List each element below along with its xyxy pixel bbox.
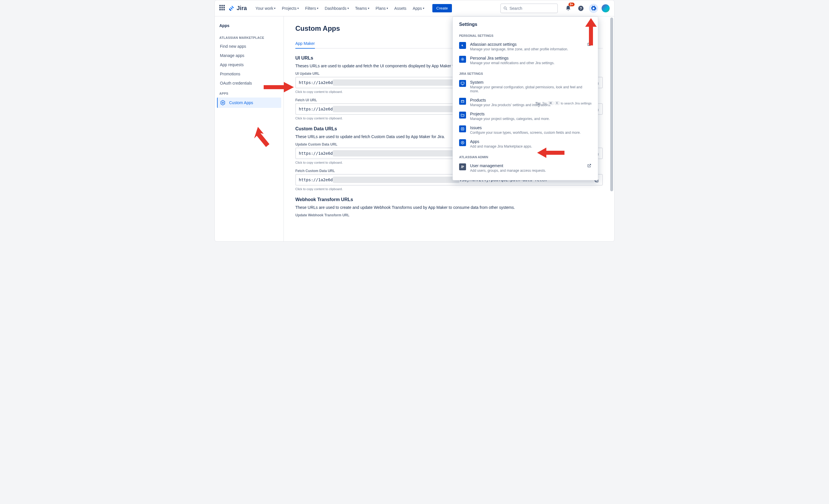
settings-row-personal-jira-settings[interactable]: Personal Jira settingsManage your email … <box>453 53 598 67</box>
settings-row-title: Atlassian account settings <box>470 42 583 47</box>
folder-icon <box>459 112 466 119</box>
settings-row-projects[interactable]: ProjectsManage your project settings, ca… <box>453 109 598 123</box>
url-prefix: https://1a2e6d <box>299 151 333 156</box>
settings-dropdown: Settings PERSONAL SETTINGS Atlassian acc… <box>453 16 598 180</box>
scrollbar-thumb[interactable] <box>610 17 613 191</box>
settings-row-title: Projects <box>470 112 591 116</box>
settings-row-title: Personal Jira settings <box>470 56 591 61</box>
monitor-icon <box>459 80 466 87</box>
url-redacted: x <box>333 79 462 86</box>
jira-wordmark: Jira <box>237 5 247 11</box>
chevron-down-icon: ▾ <box>368 7 369 10</box>
hexagon-icon <box>220 100 226 106</box>
sidebar-item-label: Custom Apps <box>229 101 253 105</box>
settings-row-subtitle: Manage your email notifications and othe… <box>470 61 591 65</box>
svg-point-23 <box>463 166 464 167</box>
chevron-down-icon: ▾ <box>274 7 276 10</box>
atl-icon <box>459 42 466 49</box>
field-label-update-webhook: Update Webhook Transform URL <box>295 213 603 217</box>
settings-row-atlassian-account-settings[interactable]: Atlassian account settingsManage your la… <box>453 40 598 53</box>
topbar: Jira Your work▾Projects▾Filters▾Dashboar… <box>215 0 614 16</box>
chevron-down-icon: ▾ <box>348 7 349 10</box>
url-redacted: x <box>333 177 459 183</box>
svg-rect-18 <box>461 127 464 130</box>
external-link-icon <box>587 163 591 169</box>
svg-point-13 <box>462 59 463 60</box>
svg-text:?: ? <box>580 6 582 10</box>
jira-logo[interactable]: Jira <box>228 5 247 12</box>
settings-row-user-management[interactable]: User managementAdd users, groups, and ma… <box>453 161 598 175</box>
nav-assets[interactable]: Assets <box>392 4 409 12</box>
external-link-icon <box>587 42 591 47</box>
svg-point-0 <box>504 7 506 9</box>
box-icon <box>459 98 466 105</box>
settings-row-subtitle: Add users, groups, and manage access req… <box>470 168 583 172</box>
help-button[interactable]: ? <box>576 4 585 13</box>
svg-point-22 <box>461 166 463 167</box>
chevron-down-icon: ▾ <box>317 7 318 10</box>
sidebar-item-manage-apps[interactable]: Manage apps <box>217 51 281 60</box>
list-icon <box>459 125 466 132</box>
svg-point-21 <box>462 143 463 143</box>
help-icon: ? <box>578 5 584 11</box>
sidebar: Apps ATLASSIAN MARKETPLACE Find new apps… <box>215 16 284 241</box>
app-switcher-icon[interactable] <box>219 5 226 12</box>
nav-your-work[interactable]: Your work▾ <box>253 4 279 12</box>
svg-point-4 <box>222 102 224 104</box>
sidebar-item-custom-apps[interactable]: Custom Apps <box>217 98 281 108</box>
settings-row-subtitle: Add and manage Jira Marketplace apps. <box>470 145 591 148</box>
gear-icon <box>459 56 466 63</box>
search-placeholder: Search <box>509 6 522 11</box>
search-input[interactable]: Search <box>500 3 558 13</box>
url-redacted: x <box>333 106 462 112</box>
settings-row-title: System <box>470 80 591 85</box>
settings-row-title: Apps <box>470 139 591 144</box>
settings-row-subtitle: Manage your project settings, categories… <box>470 117 591 121</box>
settings-section-admin: ATLASSIAN ADMIN <box>453 151 598 161</box>
svg-line-1 <box>506 9 507 10</box>
hex-icon <box>459 139 466 146</box>
settings-title: Settings <box>453 22 598 29</box>
nav-dashboards[interactable]: Dashboards▾ <box>322 4 352 12</box>
avatar[interactable] <box>602 4 610 12</box>
settings-section-jira: JIRA SETTINGS <box>453 67 598 78</box>
url-prefix: https://1a2e6d <box>299 80 333 85</box>
section-desc-webhook: These URLs are used to create and update… <box>295 205 603 210</box>
nav-teams[interactable]: Teams▾ <box>352 4 372 12</box>
sidebar-title: Apps <box>217 23 281 32</box>
url-prefix: https://1a2e6d <box>299 107 333 111</box>
scrollbar[interactable] <box>610 17 614 240</box>
settings-row-subtitle: Configure your issue types, workflows, s… <box>470 130 591 134</box>
nav-projects[interactable]: Projects▾ <box>279 4 302 12</box>
settings-row-system[interactable]: SystemManage your general configuration,… <box>453 78 598 95</box>
settings-row-apps[interactable]: AppsAdd and manage Jira Marketplace apps… <box>453 137 598 151</box>
sidebar-item-oauth-credentials[interactable]: OAuth credentials <box>217 79 281 88</box>
settings-row-issues[interactable]: IssuesConfigure your issue types, workfl… <box>453 123 598 137</box>
chevron-down-icon: ▾ <box>387 7 388 10</box>
settings-row-subtitle: Manage your general configuration, globa… <box>470 85 591 93</box>
url-prefix: https://1a2e6d <box>299 178 333 182</box>
url-redacted: x <box>333 150 462 156</box>
sidebar-item-app-requests[interactable]: App requests <box>217 60 281 69</box>
sidebar-section-marketplace: ATLASSIAN MARKETPLACE <box>217 32 281 42</box>
users-icon <box>459 163 466 170</box>
jira-settings-tip: Tip: Try ⌘ K to search Jira settings <box>535 101 591 105</box>
field-hint: Click to copy content to clipboard. <box>295 187 603 191</box>
chevron-down-icon: ▾ <box>423 7 424 10</box>
create-button[interactable]: Create <box>432 4 452 12</box>
settings-row-title: Issues <box>470 125 591 130</box>
svg-rect-16 <box>461 101 464 103</box>
nav-plans[interactable]: Plans▾ <box>373 4 391 12</box>
settings-row-subtitle: Manage your language, time zone, and oth… <box>470 47 583 51</box>
notifications-button[interactable]: 9+ <box>564 4 573 13</box>
tab-app-maker[interactable]: App Maker <box>295 39 315 49</box>
gear-icon <box>590 5 597 11</box>
nav-apps[interactable]: Apps▾ <box>410 4 427 12</box>
svg-rect-14 <box>461 82 464 84</box>
nav-filters[interactable]: Filters▾ <box>302 4 321 12</box>
settings-button[interactable] <box>589 4 598 13</box>
sidebar-item-promotions[interactable]: Promotions <box>217 69 281 79</box>
chevron-down-icon: ▾ <box>297 7 299 10</box>
notification-badge: 9+ <box>569 3 575 6</box>
sidebar-item-find-new-apps[interactable]: Find new apps <box>217 42 281 51</box>
